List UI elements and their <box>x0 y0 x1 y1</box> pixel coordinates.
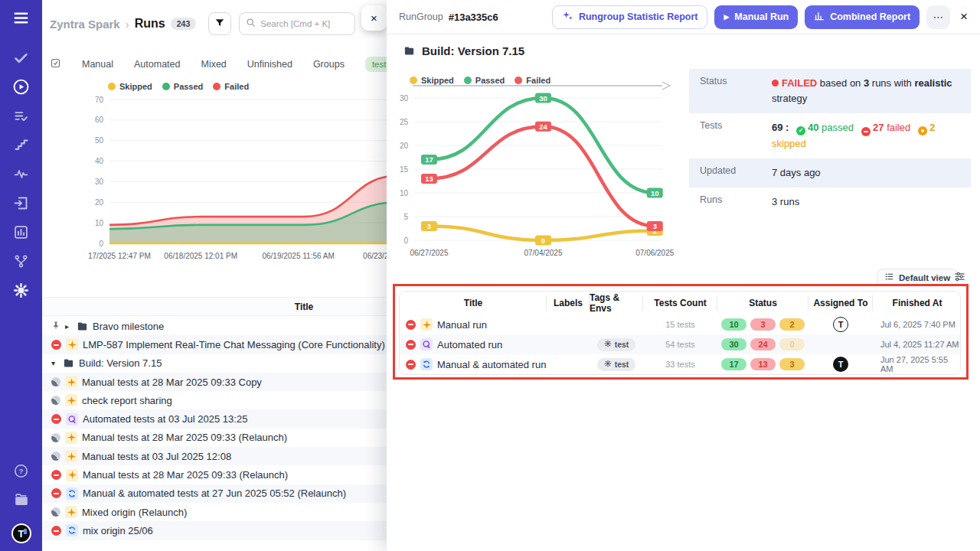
mixed-run-icon <box>66 524 78 536</box>
assignee-cell: T <box>808 354 873 374</box>
column-header-tags-envs[interactable]: Tags & Envs <box>590 292 643 315</box>
column-header-labels[interactable]: Labels <box>547 292 590 315</box>
rungroup-statistic-report-button[interactable]: Rungroup Statistic Report <box>552 5 708 29</box>
column-header-tests-count[interactable]: Tests Count <box>643 292 717 315</box>
svg-text:20: 20 <box>95 198 104 207</box>
sidebar-item-runs-play-icon[interactable] <box>0 73 42 103</box>
sidebar-item-test-plans-icon[interactable] <box>0 103 42 132</box>
legend-item-failed[interactable]: Failed <box>514 76 550 85</box>
svg-text:0: 0 <box>403 236 408 245</box>
sidebar-bottom: ?T <box>0 458 42 551</box>
sidebar-item-projects-icon[interactable] <box>0 487 42 516</box>
tab-unfinished[interactable]: Unfinished <box>247 59 292 70</box>
sidebar-item-pulse-icon[interactable] <box>0 161 42 190</box>
failed-pill: 3 <box>750 318 776 331</box>
tab-manual[interactable]: Manual <box>82 59 113 70</box>
default-view-button[interactable]: Default view <box>877 269 958 286</box>
column-header-assigned-to[interactable]: Assigned To <box>808 292 873 315</box>
search-input[interactable] <box>260 19 345 28</box>
legend-item-failed[interactable]: Failed <box>213 82 249 91</box>
tag-pill[interactable]: test <box>597 358 636 371</box>
run-title: mix origin 25/06 <box>83 525 153 536</box>
legend-item-passed[interactable]: Passed <box>162 82 204 91</box>
legend-item-skipped[interactable]: Skipped <box>108 82 152 91</box>
rungroup-id: #13a335c6 <box>449 11 498 23</box>
manual-run-button[interactable]: ▶ Manual Run <box>714 5 798 29</box>
caret-right-icon[interactable]: ▸ <box>65 322 72 331</box>
run-row[interactable]: Manual tests at 28 Mar 2025 09:33 Copy <box>42 373 387 391</box>
run-title: Manual tests at 28 Mar 2025 09:33 Copy <box>82 377 262 388</box>
menu-icon <box>12 9 30 30</box>
updated-value: 7 days ago <box>772 158 962 187</box>
sidebar-item-menu-icon[interactable] <box>0 5 42 34</box>
run-row[interactable]: check report sharing <box>42 391 387 409</box>
run-row[interactable]: LMP-587 Implement Real-Time Chat Messagi… <box>42 335 387 354</box>
select-runs-icon[interactable] <box>50 57 61 72</box>
run-row[interactable]: Manual & automated tests at 27 Jun 2025 … <box>42 484 387 503</box>
failed-dot-icon <box>772 80 779 86</box>
workspace-tag-badge[interactable]: test work <box>365 57 387 72</box>
run-title: Manual & automated run <box>437 359 546 370</box>
svg-text:60: 60 <box>95 116 104 124</box>
table-header-row: TitleLabelsTags & EnvsTests CountStatusA… <box>400 292 960 315</box>
skipped-pill: 3 <box>779 358 805 370</box>
list-view-icon <box>884 272 894 283</box>
line-chart-legend: SkippedPassedFailed <box>410 76 550 85</box>
rungroup-drawer: RunGroup #13a335c6 Rungroup Statistic Re… <box>387 0 980 551</box>
run-row[interactable]: Automated tests at 03 Jul 2025 13:25 <box>42 409 387 428</box>
run-row[interactable]: mix origin 25/06 <box>42 521 387 540</box>
milestone-row[interactable]: ▸Bravo milestone <box>42 317 387 335</box>
tests-count-cell: 54 tests <box>643 334 717 354</box>
import-icon <box>13 195 29 214</box>
tab-automated[interactable]: Automated <box>134 59 180 70</box>
rungroup-info: Status FAILED based on 3 runs with reali… <box>689 69 971 217</box>
breadcrumb-project[interactable]: Zyntra Spark <box>50 18 120 31</box>
rungroup-line-chart: 0510152025303021324317301006/27/202507/0… <box>393 86 678 269</box>
run-title: Automated run <box>437 339 502 350</box>
run-title: Build: Version 7.15 <box>79 357 162 369</box>
run-row[interactable]: Manual tests at 28 Mar 2025 09:33 (Relau… <box>42 465 387 484</box>
run-row[interactable]: Mixed origin (Relaunch) <box>42 503 387 521</box>
skipped-dot-icon <box>918 126 927 135</box>
search-box[interactable] <box>239 12 355 35</box>
column-header-title[interactable]: Title <box>400 292 547 315</box>
rungroup-folder-row[interactable]: ▾Build: Version 7.15 <box>42 354 387 373</box>
assignee-cell <box>808 334 873 354</box>
table-row[interactable]: Automated runtest54 tests30240Jul 4, 202… <box>400 334 960 354</box>
caret-down-icon[interactable]: ▾ <box>51 359 58 367</box>
column-header-status[interactable]: Status <box>717 292 808 315</box>
sidebar-item-help-icon[interactable]: ? <box>0 458 42 487</box>
gear-icon <box>604 340 612 349</box>
run-row[interactable]: Manual tests at 28 Mar 2025 09:33 (Relau… <box>42 429 387 447</box>
run-row[interactable]: Manual tests at 03 Jul 2025 12:08 <box>42 447 387 465</box>
legend-item-passed[interactable]: Passed <box>464 76 505 85</box>
sidebar-item-tests-check-icon[interactable] <box>0 44 42 73</box>
svg-text:07/04/2025: 07/04/2025 <box>524 249 562 257</box>
status-cell: 30240 <box>717 334 808 354</box>
assignee-avatar[interactable]: T <box>833 357 848 372</box>
drawer-close-button[interactable]: × <box>960 9 968 24</box>
sidebar-item-branch-icon[interactable] <box>0 248 42 277</box>
table-settings-icon[interactable] <box>953 270 966 286</box>
tab-groups[interactable]: Groups <box>313 59 345 70</box>
tag-pill[interactable]: test <box>597 338 636 351</box>
sidebar-item-analytics-icon[interactable] <box>0 219 42 248</box>
table-row[interactable]: Manual run15 tests1032TJul 6, 2025 7:40 … <box>400 315 960 334</box>
column-header-finished-at[interactable]: Finished At <box>873 292 961 315</box>
popover-close-button[interactable]: × <box>361 5 387 31</box>
filter-button[interactable] <box>208 12 231 35</box>
rungroup-title: Build: Version 7.15 <box>403 44 524 57</box>
tab-mixed[interactable]: Mixed <box>201 59 226 70</box>
legend-item-skipped[interactable]: Skipped <box>410 76 454 85</box>
sidebar-item-settings-gear-icon[interactable] <box>0 277 42 306</box>
sidebar-item-import-icon[interactable] <box>0 190 42 219</box>
run-title: Manual & automated tests at 27 Jun 2025 … <box>83 487 346 499</box>
manual-run-icon <box>65 450 77 462</box>
table-row[interactable]: Manual & automated runtest33 tests17133T… <box>400 354 960 374</box>
sidebar-item-milestones-stairs-icon[interactable] <box>0 132 42 161</box>
combined-report-button[interactable]: Combined Report <box>805 5 920 29</box>
manual-run-icon <box>65 394 77 406</box>
assignee-avatar[interactable]: T <box>833 317 848 332</box>
user-avatar[interactable]: T <box>11 523 31 543</box>
more-actions-button[interactable]: ⋯ <box>926 5 950 29</box>
